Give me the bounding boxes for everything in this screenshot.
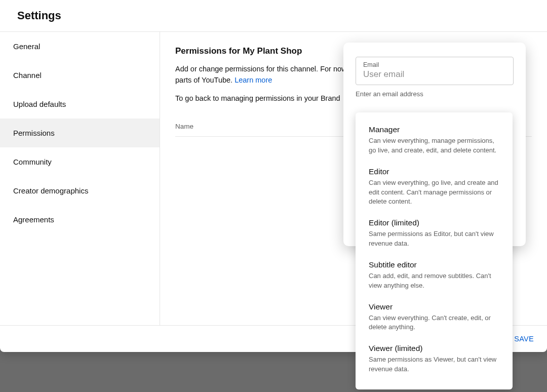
save-button[interactable]: SAVE [514,335,534,343]
sidebar-item-creator-demographics[interactable]: Creator demographics [0,176,160,205]
sidebar-item-channel[interactable]: Channel [0,61,160,90]
sidebar-item-agreements[interactable]: Agreements [0,205,160,234]
role-option-viewer-limited[interactable]: Viewer (limited) Same permissions as Vie… [356,338,513,380]
learn-more-link[interactable]: Learn more [235,76,272,84]
role-option-manager[interactable]: Manager Can view everything, manage perm… [356,120,513,162]
role-title: Editor [369,167,499,176]
role-option-viewer[interactable]: Viewer Can view everything. Can't create… [356,297,513,339]
email-field[interactable]: Email [356,57,514,85]
sidebar-item-community[interactable]: Community [0,147,160,176]
role-desc: Can view everything. Can't create, edit,… [369,313,499,333]
role-desc: Can view everything, manage permissions,… [369,136,499,155]
email-label: Email [363,61,506,68]
sidebar-item-general[interactable]: General [0,32,160,61]
sidebar-item-upload-defaults[interactable]: Upload defaults [0,90,160,119]
role-option-subtitle-editor[interactable]: Subtitle editor Can add, edit, and remov… [356,255,513,297]
email-input[interactable] [363,69,506,80]
sidebar-item-permissions[interactable]: Permissions [0,119,160,147]
email-helper-text: Enter an email address [356,90,514,98]
role-title: Viewer [369,302,499,311]
role-option-editor-limited[interactable]: Editor (limited) Same permissions as Edi… [356,213,513,255]
role-title: Subtitle editor [369,260,499,269]
role-title: Manager [369,125,499,134]
page-title: Settings [0,0,547,31]
role-desc: Same permissions as Viewer, but can't vi… [369,355,499,374]
role-title: Viewer (limited) [369,344,499,353]
roles-dropdown: Manager Can view everything, manage perm… [356,112,513,389]
role-option-editor[interactable]: Editor Can view everything, go live, and… [356,162,513,213]
role-desc: Same permissions as Editor, but can't vi… [369,229,499,249]
role-desc: Can add, edit, and remove subtitles. Can… [369,271,499,291]
sidebar: General Channel Upload defaults Permissi… [0,32,160,325]
role-desc: Can view everything, go live, and create… [369,178,499,207]
role-title: Editor (limited) [369,218,499,227]
